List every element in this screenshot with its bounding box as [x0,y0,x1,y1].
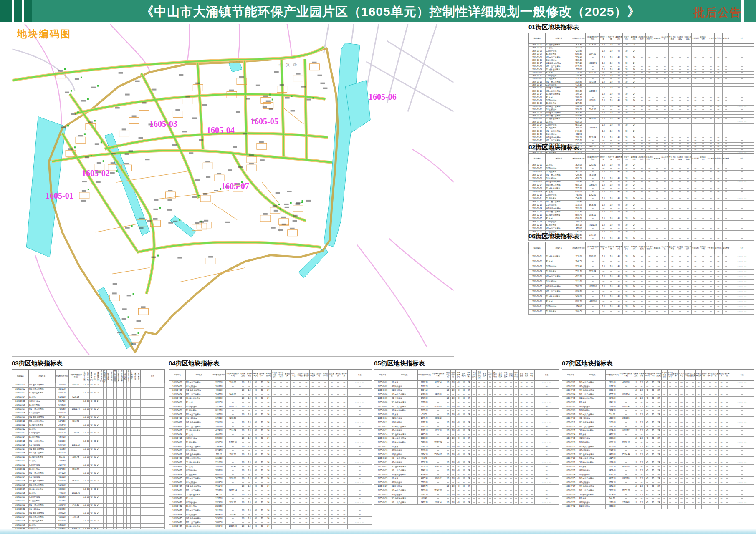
table-row: 1605-03-22B1 商业用地2979.305362.74—————————… [12,467,165,471]
indicator-table-02: 地块编码用地性质用地面积(平方米)计容建筑面积(平方米)容积率上限容积率下限建筑… [528,153,754,241]
table-row: 1605-04-26G1 公园绿地6269.50————————————————… [169,481,372,485]
table-header-row: 地块编码用地性质用地面积(平方米)计容建筑面积(平方米)容积率上限容积率下限建筑… [529,33,754,44]
table-row: 1605-03-09W1 物流仓储用地884.60—1.02.0403024——… [12,415,165,419]
table-row: 1605-07-30E1 水域746.70——————————————————— [562,497,754,501]
table-row: 1605-07-25M1 一类工业用地4987.208976.961.02.04… [562,477,754,481]
table-row: 1605-04-14E1 水域4966.70——————————————————… [169,433,372,437]
table-row: 1605-01-18E1 水域7889.10——————————————————… [529,96,754,99]
table-row: 1605-07-12M2 二类工业用地2892.50——————————————… [562,425,754,429]
table-row: 1605-05-19B1 商业用地8374.5015074.101.02.040… [374,453,559,457]
table-title-02: 02街区地块指标表 [528,144,754,151]
indicator-table-04: 地块编码用地性质用地面积(平方米)计容建筑面积(平方米)容积率上限容积率下限建筑… [169,369,372,534]
table-header-row: 地块编码用地性质用地面积(平方米)计容建筑面积(平方米)容积率上限容积率下限建筑… [169,370,372,381]
table-row: 1605-07-05S1 城市道路用地5549.20—1.02.0403024—… [562,397,754,401]
table-row: 1605-07-07G2 防护绿地7133.0012839.401.02.040… [562,405,754,409]
table-row: 1605-01-31W1 物流仓储用地1783.803210.841.02.04… [529,136,754,139]
table-row: 1605-03-01W1 物流仓储用地2749.404948.921.02.04… [12,383,165,388]
zone-label-1605-02: 1605-02 [82,169,110,178]
table-row: 1605-04-32B1 商业用地2820.90————————————————… [169,505,372,509]
table-row: 1605-07-15G2 防护绿地5268.20—1.02.0403024———… [562,437,754,441]
table-row: 1605-05-11B1 商业用地2039.30—1.02.0403024———… [374,421,559,425]
indicator-table-07: 地块编码用地性质用地面积(平方米)计容建筑面积(平方米)容积率上限容积率下限建筑… [562,369,754,509]
table-row: 1605-04-36M2 二类工业用地5988.50——————————————… [169,521,372,525]
table-row: 1605-02-09E1 水域8165.10—1.02.0403024—————… [529,191,754,194]
table-row: 1605-07-14E1 水域4476.30——————————————————… [562,433,754,437]
indicator-table-06: 地块编码用地性质用地面积(平方米)计容建筑面积(平方米)容积率上限容积率下限建筑… [528,242,754,315]
table-row: 1605-04-17M1 一类工业用地7342.40—1.02.0403024—… [169,445,372,449]
table-row: 1605-03-21G2 防护绿地2187.40—1.02.0403024———… [12,463,165,468]
table-row: 1605-06-03G2 防护绿地2739.40—1.02.0403024———… [529,264,754,270]
table-row: 1605-05-27B1 商业用地6509.70—1.02.0403024———… [374,485,559,489]
table-row: 1605-01-04B1 商业用地5002.509004.50—————————… [529,53,754,56]
table-row: 1605-04-12M2 二类工业用地3382.90——————————————… [169,425,372,429]
table-row: 1605-02-02G2 防护绿地2621.80————————————————… [529,167,754,171]
table-row: 1605-01-02E1 水域3418.70——————————————————… [529,47,754,50]
table-row: 1605-06-01S1 城市道路用地1155.602080.081.02.04… [529,254,754,259]
table-row: 1605-04-11W1 物流仓储用地2591.00—1.02.0403024—… [169,421,372,425]
table-row: 1605-04-02G1 公园绿地3663.90————————————————… [169,385,372,389]
table-row: 1605-03-32G1 公园绿地2698.30————————————————… [12,507,165,511]
table-row: 1605-06-04B1 商业用地3531.306356.34—————————… [529,270,754,275]
table-header-row: 地块编码用地性质用地面积(平方米)计容建筑面积(平方米)容积率上限容积率下限建筑… [529,154,754,164]
table-row: 1605-03-18M2 二类工业用地8011.70——————————————… [12,451,165,456]
table-row: 1605-03-12E1 水域3260.30——————————————————… [12,427,165,431]
table-row: 1605-04-24B1 商业用地4685.70————————————————… [169,473,372,477]
table-title-03: 03街区地块指标表 [12,360,164,368]
table-row: 1605-04-16B1 商业用地6550.5011790.90————————… [169,441,372,445]
table-row: 1605-05-16S1 城市道路用地5998.8010797.84——————… [374,441,559,445]
post-approval-badge: 批后公告 [693,5,742,20]
table-row: 1605-04-28M2 二类工业用地7853.3014135.94——————… [169,489,372,493]
table-row: 1605-03-08G1 公园绿地8292.70————————————————… [12,411,165,416]
table-row: 1605-05-03B1 商业用地3904.10—1.02.0403024———… [374,389,559,393]
table-row: 1605-03-07M1 一类工业用地7500.8013501.441.02.0… [12,407,165,411]
table-row: 1605-01-01S1 城市道路用地2626.804728.241.02.04… [529,44,754,47]
table-row: 1605-03-11S1 城市道路用地2468.40—1.02.0403024—… [12,423,165,428]
table-row: 1605-05-13G1 公园绿地3623.106521.581.02.0403… [374,429,559,433]
table-row: 1605-07-18G1 公园绿地7643.90————————————————… [562,449,754,453]
table-row: 1605-04-23G2 防护绿地3893.80—1.02.0403024———… [169,469,372,473]
table-row: 1605-04-21S1 城市道路用地2310.00—1.02.0403024—… [169,461,372,465]
decor-bottom-strip [0,529,756,534]
indicator-table-03: 地块编码用地性质用地面积(平方米)计容建筑面积(平方米)容积率上限容积率下限建筑… [12,369,165,534]
table-row: 1605-04-05S1 城市道路用地6039.60—1.02.0403024—… [169,397,372,401]
table-row: 1605-02-11B1 商业用地1548.90—1.02.0403024———… [529,197,754,201]
road-name-label: 中兴路 [278,62,300,68]
table-row: 1605-03-34M2 二类工业用地4282.107707.78———————… [12,515,165,519]
table-row: 1605-05-23M2 二类工业用地3342.10—1.02.0403024—… [374,469,559,473]
table-row: 1605-03-27S1 城市道路用地6938.80—1.02.0403024—… [12,487,165,491]
zone-label-1605-06: 1605-06 [369,92,397,102]
table-header-row: 地块编码用地性质用地面积(平方米)计容建筑面积(平方米)容积率上限容积率下限建筑… [529,242,754,254]
table-block-04: 04街区地块指标表地块编码用地性质用地面积(平方米)计容建筑面积(平方米)容积率… [169,360,372,534]
table-row: 1605-07-19W1 物流仓储用地8435.8015184.441.02.0… [562,453,754,457]
table-row: 1605-04-27W1 物流仓储用地7061.40—1.02.0403024—… [169,485,372,489]
table-row: 1605-03-19S1 城市道路用地603.601086.481.02.040… [12,455,165,459]
table-row: 1605-07-13S1 城市道路用地3684.406631.921.02.04… [562,429,754,433]
table-row: 1605-03-23M1 一类工业用地3771.20—1.02.0403024—… [12,471,165,476]
table-row: 1605-04-31G2 防护绿地2029.003652.201.02.0403… [169,501,372,505]
title-bar: 《中山市大涌镇节能环保产业园片区（1605单元）控制性详细规划一般修改（2025… [0,0,756,22]
table-row: 1605-07-11W1 物流仓储用地2100.60—1.02.0403024—… [562,421,754,425]
table-row: 1605-07-21S1 城市道路用地1819.60—1.02.0403024—… [562,461,754,465]
table-row: 1605-01-23W1 物流仓储用地3648.60—1.02.0403024—… [529,111,754,114]
page-title: 《中山市大涌镇节能环保产业园片区（1605单元）控制性详细规划一般修改（2025… [141,3,640,20]
table-row: 1605-03-26M2 二类工业用地6146.90——————————————… [12,484,165,488]
table-row: 1605-05-06W1 物流仓储用地6279.80——————————————… [374,400,559,405]
table-row: 1605-07-22E1 水域2611.504700.70———————————… [562,465,754,469]
table-row: 1605-04-06E1 水域6831.50——————————————————… [169,400,372,405]
table-row: 1605-06-12B1 商业用地1666.50————————————————… [529,310,754,315]
table-row: 1605-01-09S1 城市道路用地762.00—1.02.0403024——… [529,68,754,71]
table-row: 1605-02-01E1 水域1829.903293.821.02.040302… [529,164,754,167]
table-row: 1605-01-06G1 公园绿地6586.30————————————————… [529,59,754,62]
table-row: 1605-05-24S1 城市道路用地4134.00——————————————… [374,473,559,477]
table-row: 1605-02-13G1 公园绿地3132.705638.861.02.0403… [529,204,754,207]
table-row: 1605-02-12M1 一类工业用地2340.80——————————————… [529,201,754,204]
table-row: 1605-01-21M1 一类工业用地2064.80—1.02.0403024—… [529,105,754,108]
table-row: 1605-07-16B1 商业用地6060.1010908.18————————… [562,441,754,445]
table-title-04: 04街区地块指标表 [169,360,372,368]
table-row: 1605-02-08S1 城市道路用地7373.20——————————————… [529,187,754,191]
table-row: 1605-04-09M1 一类工业用地1007.20—1.02.0403024—… [169,413,372,417]
table-row: 1605-07-32B1 商业用地2330.50————————————————… [562,505,754,509]
table-row: 1605-04-19W1 物流仓储用地726.201307.161.02.040… [169,453,372,457]
table-row: 1605-03-05G2 防护绿地5917.00—1.02.0403024———… [12,399,165,403]
table-row: 1605-01-29M1 一类工业用地8400.00—1.02.0403024—… [529,130,754,133]
